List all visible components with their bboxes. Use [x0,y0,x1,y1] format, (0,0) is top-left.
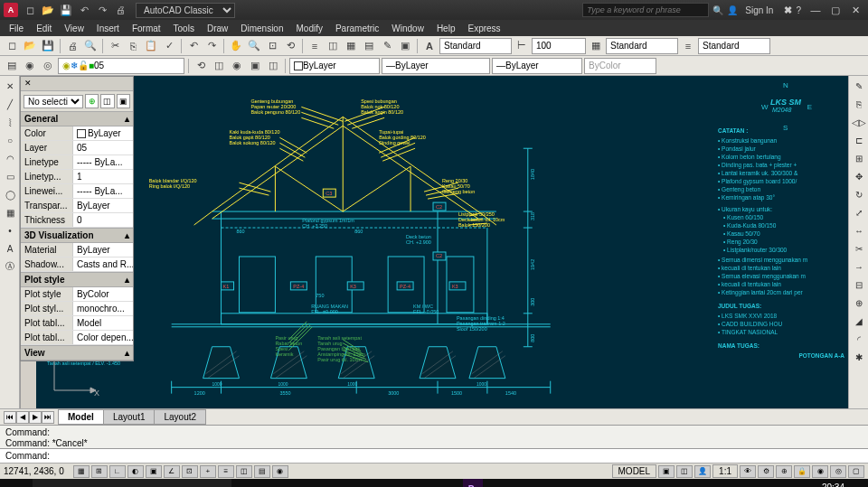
array-icon[interactable]: ⊞ [851,150,867,166]
panel-close-icon[interactable]: ✕ [24,79,35,89]
explorer-icon[interactable]: 📁 [300,479,333,487]
open-icon[interactable]: 📂 [22,38,38,54]
tab-layout1[interactable]: Layout1 [103,409,156,425]
drawing-canvas[interactable]: Genteng bubungan Papan reuter 20/200 Bal… [36,76,848,408]
command-line[interactable]: Command: [0,448,868,463]
dim-select[interactable]: 100 [532,38,586,54]
ellipse-icon[interactable]: ◯ [2,186,18,202]
cat-general[interactable]: General▴ [21,111,133,126]
paste-icon[interactable]: 📋 [143,38,159,54]
save-icon[interactable]: 💾 [58,2,74,18]
menu-parametric[interactable]: Parametric [330,22,384,35]
circle-icon[interactable]: ○ [2,132,18,148]
print-icon[interactable]: 🖨 [112,2,128,18]
layer-off-icon[interactable]: ◎ [40,58,56,74]
prop-psm-value[interactable]: monochro... [73,302,133,315]
menu-edit[interactable]: Edit [31,22,57,35]
lwt-toggle[interactable]: ≡ [218,465,234,478]
plotstyle-select[interactable]: ByColor [584,58,656,74]
command-input[interactable] [55,451,863,461]
menu-format[interactable]: Format [127,22,166,35]
color-select[interactable]: ByLayer [289,58,380,74]
tab-layout2[interactable]: Layout2 [154,409,206,425]
line-icon[interactable]: ╱ [2,96,18,112]
prop-ps-value[interactable]: ByColor [73,287,133,301]
anno-vis-icon[interactable]: 👁 [740,465,756,478]
tab-next-icon[interactable]: ▶ [29,411,42,424]
text-style-select[interactable]: Standard [439,38,512,54]
polyline-icon[interactable]: ⦚ [2,114,18,130]
chamfer-icon[interactable]: ◢ [851,313,867,329]
osnap-toggle[interactable]: ▣ [146,465,162,478]
table-icon[interactable]: ▦ [588,38,604,54]
menu-tools[interactable]: Tools [168,22,200,35]
match-icon[interactable]: ✓ [161,38,177,54]
anno-auto-icon[interactable]: ⚙ [758,465,774,478]
text-icon[interactable]: A [2,240,18,257]
extend-icon[interactable]: → [851,258,867,275]
ws-switch-icon[interactable]: ⊕ [776,465,792,478]
cut-icon[interactable]: ✂ [107,38,123,54]
tool-palette-icon[interactable]: ▦ [343,38,359,54]
menu-view[interactable]: View [59,22,90,35]
layer-mgr-icon[interactable]: ▤ [4,58,20,74]
plot-icon[interactable]: 🖨 [64,38,80,54]
preview-icon[interactable]: 🔍 [82,38,99,54]
help-search-input[interactable] [582,3,709,17]
quick-select-icon[interactable]: ⊕ [85,94,99,108]
undo-icon[interactable]: ↶ [76,2,92,18]
grid-toggle[interactable]: ⊞ [91,465,108,478]
fillet-icon[interactable]: ◜ [851,331,867,347]
snap-toggle[interactable]: ▦ [73,465,90,478]
layer-state-icon[interactable]: ◉ [22,58,38,74]
status-btn-b[interactable]: ◫ [676,465,693,478]
menu-insert[interactable]: Insert [91,22,125,35]
menu-modify[interactable]: Modify [291,22,328,35]
mleader-select[interactable]: Standard [698,38,770,54]
tab-model[interactable]: Model [58,409,104,425]
ortho-toggle[interactable]: ∟ [109,465,126,478]
dc-icon[interactable]: ◫ [325,38,341,54]
join-icon[interactable]: ⊕ [851,295,867,311]
search-icon[interactable]: 🔍 [712,5,723,15]
menu-draw[interactable]: Draw [202,22,233,35]
menu-dimension[interactable]: Dimension [235,22,288,35]
scale-icon[interactable]: ⤢ [851,204,867,220]
maximize-icon[interactable]: ▢ [826,3,844,17]
dim-icon[interactable]: ⊢ [514,38,530,54]
new-icon[interactable]: ◻ [4,38,20,54]
close-panel-icon[interactable]: ✕ [2,78,18,94]
taskbar-search[interactable]: ○ [33,479,231,487]
tab-first-icon[interactable]: ⏮ [4,411,16,424]
edge-icon[interactable]: e [268,479,300,487]
open-icon[interactable]: 📂 [40,2,56,18]
layer-iso-icon[interactable]: ◫ [211,58,227,74]
save-icon[interactable]: 💾 [40,38,56,54]
prop-linetype-value[interactable]: ----- ByLa... [73,155,133,169]
premiere-icon[interactable]: Pr [463,479,483,487]
text-icon[interactable]: A [421,38,438,54]
cat-plot[interactable]: Plot style▴ [21,272,133,287]
polar-toggle[interactable]: ◐ [127,465,144,478]
redo-icon[interactable]: ↷ [203,38,220,54]
menu-window[interactable]: Window [386,22,429,35]
tab-prev-icon[interactable]: ◀ [16,411,29,424]
acrobat-icon[interactable]: ◢ [333,479,365,487]
copy-obj-icon[interactable]: ⎘ [851,96,867,112]
mail-icon[interactable]: ✉ [398,479,430,487]
cat-view[interactable]: View▴ [21,345,133,361]
copy-icon[interactable]: ⎘ [125,38,141,54]
tab-last-icon[interactable]: ⏭ [42,411,54,424]
arc-icon[interactable]: ◠ [2,150,18,166]
prop-lweight-value[interactable]: ----- ByLa... [73,184,133,198]
zoom-prev-icon[interactable]: ⟲ [282,38,298,54]
view-compass[interactable]: N E S W LKS SM M2048 [761,81,812,132]
start-button[interactable]: ⊞ [0,479,33,487]
layer-select[interactable]: ◉ ❄ 🔓 ■ 05 [58,58,184,74]
prop-pst1-value[interactable]: Model [73,316,133,330]
sheet-set-icon[interactable]: ▤ [361,38,377,54]
trim-icon[interactable]: ✂ [851,240,867,257]
mirror-icon[interactable]: ◁▷ [851,114,867,130]
undo-icon[interactable]: ↶ [185,38,202,54]
dim-style-select[interactable]: Standard [606,38,678,54]
